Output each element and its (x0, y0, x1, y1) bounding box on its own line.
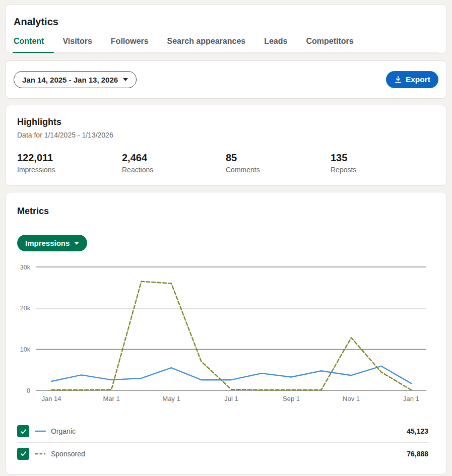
export-label: Export (406, 75, 430, 84)
tab-followers[interactable]: Followers (111, 37, 149, 52)
metrics-card: Metrics Impressions 010k20k30kJan 14Mar … (5, 192, 447, 474)
svg-text:20k: 20k (20, 305, 31, 312)
metric-selector-label: Impressions (25, 239, 70, 247)
organic-line-swatch (35, 430, 46, 432)
tab-search-appearances[interactable]: Search appearances (167, 37, 246, 52)
sponsored-checkbox[interactable] (17, 448, 29, 460)
svg-text:Jan 14: Jan 14 (41, 395, 61, 402)
svg-text:Jul 1: Jul 1 (224, 395, 238, 402)
check-icon (20, 450, 27, 457)
stat-comments: 85 Comments (226, 152, 331, 174)
tab-competitors[interactable]: Competitors (306, 37, 353, 52)
svg-text:10k: 10k (20, 346, 31, 353)
metric-selector[interactable]: Impressions (17, 235, 87, 251)
svg-text:Jan 1: Jan 1 (403, 395, 419, 402)
highlights-subtitle: Data for 1/14/2025 - 1/13/2026 (17, 130, 435, 140)
chevron-down-icon (123, 78, 128, 81)
download-icon (394, 76, 402, 84)
stat-value: 85 (226, 152, 331, 164)
chevron-down-icon (74, 242, 79, 245)
stat-label: Comments (226, 165, 331, 174)
stat-label: Reposts (331, 165, 435, 174)
legend-label: Organic (51, 427, 76, 435)
highlights-card: Highlights Data for 1/14/2025 - 1/13/202… (5, 105, 447, 186)
legend-row-organic: Organic 45,123 (17, 420, 428, 442)
export-button[interactable]: Export (386, 71, 438, 88)
toolbar-card: Jan 14, 2025 - Jan 13, 2026 Export (5, 60, 447, 99)
legend-label: Sponsored (51, 450, 85, 458)
stat-value: 122,011 (17, 152, 122, 164)
stat-reposts: 135 Reposts (331, 152, 435, 174)
legend-value: 45,123 (407, 427, 428, 435)
stat-reactions: 2,464 Reactions (122, 152, 226, 174)
stat-label: Impressions (17, 165, 122, 174)
svg-text:30k: 30k (20, 264, 31, 271)
highlights-title: Highlights (17, 116, 435, 128)
svg-text:May 1: May 1 (162, 395, 180, 402)
stat-impressions: 122,011 Impressions (17, 152, 122, 174)
date-range-label: Jan 14, 2025 - Jan 13, 2026 (22, 76, 118, 84)
svg-text:Mar 1: Mar 1 (103, 395, 119, 402)
date-range-selector[interactable]: Jan 14, 2025 - Jan 13, 2026 (14, 71, 137, 88)
page-title: Analytics (14, 16, 438, 28)
legend-value: 76,888 (407, 450, 428, 458)
metrics-title: Metrics (17, 206, 428, 217)
check-icon (20, 428, 27, 435)
tab-visitors[interactable]: Visitors (62, 37, 92, 52)
svg-text:Sep 1: Sep 1 (283, 395, 300, 402)
tab-bar: Content Visitors Followers Search appear… (14, 37, 438, 53)
sponsored-line-swatch (35, 453, 46, 455)
highlights-stats: 122,011 Impressions 2,464 Reactions 85 C… (17, 152, 435, 174)
svg-text:0: 0 (27, 387, 30, 394)
organic-checkbox[interactable] (17, 425, 29, 437)
impressions-chart: 010k20k30kJan 14Mar 1May 1Jul 1Sep 1Nov … (17, 261, 428, 404)
chart-area: 010k20k30kJan 14Mar 1May 1Jul 1Sep 1Nov … (17, 261, 428, 406)
tab-leads[interactable]: Leads (264, 37, 287, 52)
analytics-card: Analytics Content Visitors Followers Sea… (5, 4, 447, 53)
svg-text:Nov 1: Nov 1 (343, 395, 360, 402)
stat-label: Reactions (122, 165, 226, 174)
chart-legend: Organic 45,123 Sponsored 76,888 (17, 420, 428, 464)
tab-content[interactable]: Content (14, 37, 44, 52)
stat-value: 2,464 (122, 152, 226, 164)
legend-row-sponsored: Sponsored 76,888 (17, 442, 428, 464)
page: { "colors": { "accent_green": "#01754f",… (0, 0, 452, 476)
stat-value: 135 (331, 152, 435, 164)
